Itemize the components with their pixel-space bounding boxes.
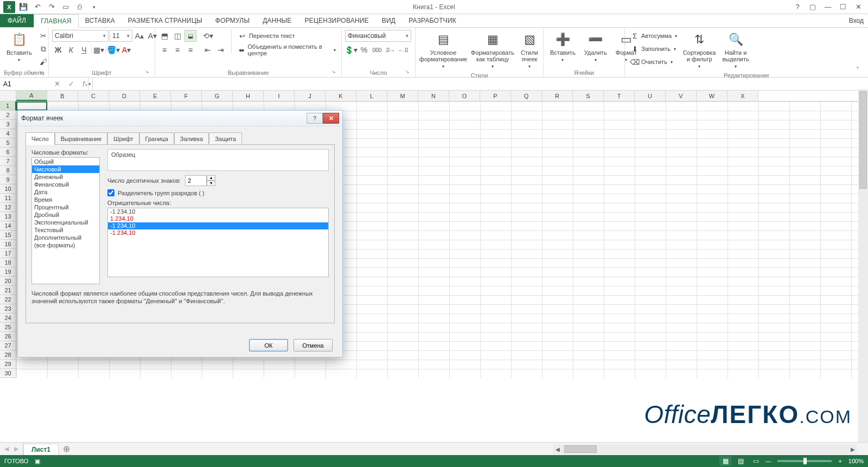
row-header[interactable]: 26: [0, 332, 16, 341]
column-header[interactable]: X: [727, 91, 758, 101]
dialog-tab[interactable]: Выравнивание: [55, 132, 108, 145]
row-header[interactable]: 19: [0, 267, 16, 277]
tab-developer[interactable]: РАЗРАБОТЧИК: [402, 14, 463, 27]
collapse-ribbon-button[interactable]: ˄: [856, 66, 865, 75]
format-painter-button[interactable]: 🖌: [37, 56, 49, 68]
borders-button[interactable]: ▦▾: [93, 44, 105, 56]
cancel-formula-button[interactable]: ✕: [52, 80, 62, 88]
decrease-decimal-button[interactable]: ←.0: [397, 44, 409, 56]
column-header[interactable]: I: [264, 91, 295, 101]
number-category-item[interactable]: Дробный: [32, 211, 99, 219]
clear-button[interactable]: ⌫Очистить▾: [628, 56, 679, 68]
increase-decimal-button[interactable]: .0→: [384, 44, 396, 56]
copy-button[interactable]: ⧉: [37, 43, 49, 55]
zoom-slider[interactable]: [777, 460, 832, 462]
tab-insert[interactable]: ВСТАВКА: [79, 14, 122, 27]
row-header[interactable]: 4: [0, 129, 16, 138]
decimals-spinner[interactable]: ▲ ▼: [185, 175, 215, 186]
row-header[interactable]: 21: [0, 286, 16, 295]
row-header[interactable]: 7: [0, 157, 16, 166]
select-all-button[interactable]: [0, 91, 16, 101]
vertical-scrollbar[interactable]: [858, 89, 868, 442]
enter-formula-button[interactable]: ✓: [66, 80, 76, 88]
number-category-item[interactable]: Финансовый: [32, 181, 99, 188]
fill-button[interactable]: ⬇Заполнить▾: [628, 43, 679, 55]
view-page-break-button[interactable]: ▭: [750, 456, 762, 466]
row-header[interactable]: 1: [0, 101, 16, 111]
dialog-tab[interactable]: Число: [25, 132, 55, 145]
qat-touch-button[interactable]: ▭: [60, 1, 72, 13]
view-normal-button[interactable]: ▦: [719, 456, 731, 466]
sheet-nav-prev[interactable]: ◀: [4, 445, 9, 452]
row-header[interactable]: 6: [0, 148, 16, 157]
zoom-level[interactable]: 100%: [848, 458, 864, 464]
row-header[interactable]: 8: [0, 166, 16, 175]
column-header[interactable]: M: [387, 91, 418, 101]
paste-button[interactable]: 📋 Вставить ▾: [3, 30, 35, 65]
qat-redo-button[interactable]: ↷: [46, 1, 58, 13]
number-category-item[interactable]: Дополнительный: [32, 234, 99, 241]
row-header[interactable]: 3: [0, 120, 16, 129]
row-header[interactable]: 12: [0, 203, 16, 212]
font-size-combo[interactable]: 11▾: [110, 30, 132, 42]
comma-format-button[interactable]: 000: [371, 44, 383, 56]
column-header[interactable]: W: [697, 91, 727, 101]
number-format-combo[interactable]: Финансовый▾: [345, 30, 411, 42]
number-category-item[interactable]: Денежный: [32, 173, 99, 181]
new-sheet-button[interactable]: ⊕: [59, 443, 74, 455]
increase-indent-button[interactable]: ⇥: [215, 44, 227, 56]
insert-cells-button[interactable]: ➕Вставить▾: [547, 30, 579, 65]
italic-button[interactable]: К: [65, 44, 77, 56]
view-page-layout-button[interactable]: ▤: [735, 456, 746, 466]
number-category-item[interactable]: Процентный: [32, 203, 99, 211]
align-bottom-button[interactable]: ⬓: [184, 30, 196, 42]
number-category-item[interactable]: Текстовый: [32, 226, 99, 234]
dialog-ok-button[interactable]: ОК: [249, 339, 288, 351]
decimals-input[interactable]: [185, 175, 207, 186]
negative-format-item[interactable]: -1 234,10: [108, 229, 328, 236]
grow-font-button[interactable]: A▴: [133, 30, 145, 42]
tab-data[interactable]: ДАННЫЕ: [256, 14, 298, 27]
orientation-button[interactable]: ⟲▾: [202, 30, 214, 42]
thousands-checkbox-input[interactable]: [107, 189, 114, 196]
row-header[interactable]: 15: [0, 231, 16, 240]
align-top-button[interactable]: ⬒: [158, 30, 170, 42]
column-header[interactable]: T: [604, 91, 635, 101]
row-header[interactable]: 2: [0, 111, 16, 120]
maximize-button[interactable]: ☐: [835, 1, 851, 13]
delete-cells-button[interactable]: ➖Удалить▾: [581, 30, 610, 65]
column-header[interactable]: B: [47, 91, 78, 101]
number-category-item[interactable]: Экспоненциальный: [32, 219, 99, 226]
dialog-tab[interactable]: Заливка: [174, 132, 209, 145]
row-header[interactable]: 29: [0, 360, 16, 369]
hscroll-right[interactable]: ▶: [848, 446, 857, 452]
dialog-help-button[interactable]: ?: [307, 113, 323, 124]
dialog-tab[interactable]: Защита: [209, 132, 242, 145]
decimals-down-button[interactable]: ▼: [207, 181, 215, 186]
wrap-text-button[interactable]: ↩Перенести текст: [236, 30, 338, 42]
clipboard-dialog-launcher[interactable]: ↘: [37, 69, 44, 75]
column-header[interactable]: L: [356, 91, 387, 101]
horizontal-scrollbar[interactable]: ◀ ▶: [553, 444, 857, 454]
find-select-button[interactable]: 🔍Найти и выделить▾: [719, 30, 752, 71]
bold-button[interactable]: Ж: [52, 44, 64, 56]
row-header[interactable]: 11: [0, 194, 16, 203]
cell-styles-button[interactable]: ▧Стили ячеек▾: [518, 30, 541, 71]
zoom-out-button[interactable]: —: [765, 458, 771, 464]
hscroll-left[interactable]: ◀: [553, 446, 562, 452]
tab-layout[interactable]: РАЗМЕТКА СТРАНИЦЫ: [122, 14, 209, 27]
column-header[interactable]: P: [480, 91, 511, 101]
qat-print-button[interactable]: ⎙: [74, 1, 86, 13]
font-family-combo[interactable]: Calibri▾: [52, 30, 108, 42]
formula-input[interactable]: [93, 78, 868, 90]
align-right-button[interactable]: ≡: [184, 44, 196, 56]
column-header[interactable]: V: [666, 91, 697, 101]
column-header[interactable]: Q: [511, 91, 542, 101]
alignment-dialog-launcher[interactable]: ↘: [330, 69, 337, 75]
macro-record-icon[interactable]: ▣: [35, 458, 40, 465]
number-category-item[interactable]: Дата: [32, 188, 99, 196]
negative-format-item[interactable]: 1 234,10: [108, 215, 328, 222]
row-header[interactable]: 17: [0, 249, 16, 258]
tab-view[interactable]: ВИД: [375, 14, 402, 27]
negative-format-item[interactable]: -1 234,10: [108, 222, 328, 229]
